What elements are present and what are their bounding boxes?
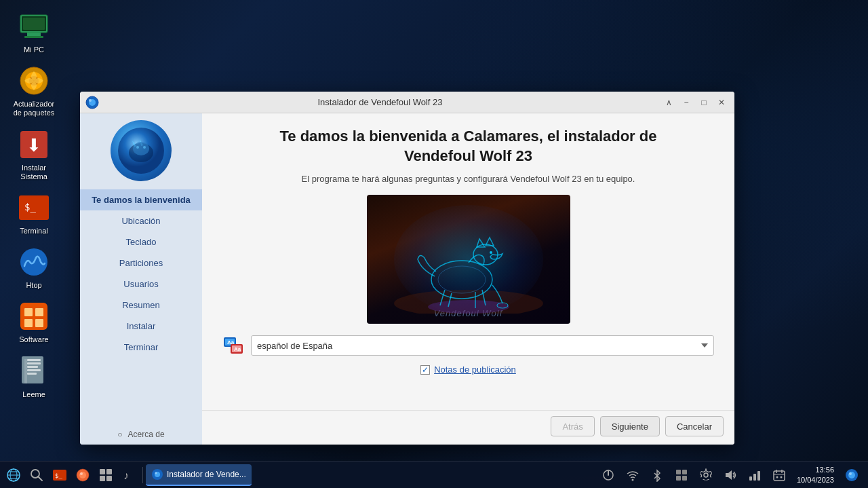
- svg-rect-15: [35, 308, 43, 316]
- svg-text:♪: ♪: [123, 470, 129, 481]
- about-label: Acerca de: [128, 430, 165, 439]
- svg-point-36: [428, 300, 509, 314]
- taskbar-icon-grid[interactable]: [95, 464, 117, 486]
- svg-rect-22: [27, 366, 38, 368]
- svg-rect-74: [682, 470, 687, 474]
- desktop-icon-leeme[interactable]: Leeme: [4, 352, 64, 402]
- svg-point-42: [438, 266, 486, 293]
- taskbar-power-icon[interactable]: [597, 464, 619, 486]
- window-collapse-button[interactable]: ∧: [661, 95, 676, 110]
- taskbar-settings-icon[interactable]: [695, 464, 717, 486]
- svg-point-33: [136, 146, 139, 149]
- taskbar-icon-music[interactable]: ♪: [118, 464, 140, 486]
- svg-rect-21: [27, 362, 41, 364]
- svg-text:Aa: Aa: [234, 346, 241, 352]
- svg-marker-78: [726, 470, 732, 480]
- svg-rect-1: [27, 33, 41, 36]
- svg-rect-2: [24, 36, 43, 38]
- sidebar-item-usuarios[interactable]: Usuarios: [80, 274, 202, 295]
- language-icon: Aa Aa: [222, 335, 244, 356]
- taskbar-calendar-icon[interactable]: [768, 464, 790, 486]
- svg-rect-79: [749, 476, 752, 481]
- taskbar-apps-icon[interactable]: [671, 464, 692, 486]
- taskbar-sound-icon[interactable]: [719, 464, 741, 486]
- desktop-icon-instalar[interactable]: ⬇ InstalarSistema: [4, 125, 64, 185]
- installer-window: Instalador de Vendefoul Wolf 23 ∧ − □ ✕: [80, 92, 734, 445]
- welcome-subtitle: El programa te hará algunas preguntas y …: [222, 174, 714, 184]
- taskbar-active-app[interactable]: Instalador de Vende...: [146, 464, 252, 486]
- desktop-icon-terminal-label: Terminal: [20, 227, 48, 236]
- taskbar-wifi-icon[interactable]: [622, 464, 644, 486]
- svg-point-61: [80, 472, 83, 475]
- release-notes-checkbox[interactable]: ✓: [420, 365, 430, 375]
- mi-pc-icon: [18, 10, 50, 43]
- desktop-icon-software-label: Software: [19, 335, 48, 344]
- svg-point-77: [704, 473, 708, 477]
- svg-point-41: [490, 251, 492, 254]
- svg-rect-23: [27, 369, 41, 371]
- title-bar-controls: ∧ − □ ✕: [661, 95, 729, 110]
- window-maximize-button[interactable]: □: [696, 95, 711, 110]
- svg-rect-80: [753, 474, 756, 481]
- svg-rect-75: [676, 476, 681, 481]
- taskbar-right: 13:56 10/04/2023: [597, 464, 865, 486]
- svg-rect-24: [27, 373, 37, 375]
- sidebar-item-teclado[interactable]: Teclado: [80, 231, 202, 252]
- language-select[interactable]: español de España: [251, 335, 714, 356]
- taskbar-app-label: Instalador de Vende...: [167, 470, 246, 479]
- taskbar-globe-right-icon[interactable]: [841, 464, 863, 486]
- installer-window-icon: [85, 96, 99, 109]
- cancel-button[interactable]: Cancelar: [665, 416, 724, 436]
- svg-point-69: [155, 472, 157, 474]
- installer-nav: Te damos la bienvenida Ubicación Teclado…: [80, 189, 202, 358]
- desktop-icon-instalar-label: InstalarSistema: [20, 164, 47, 181]
- desktop-icon-software[interactable]: Software: [4, 297, 64, 348]
- sidebar-logo: [111, 120, 172, 181]
- title-bar-title: Instalador de Vendefoul Wolf 23: [104, 97, 656, 107]
- window-close-button[interactable]: ✕: [714, 95, 729, 110]
- sidebar-item-ubicacion[interactable]: Ubicación: [80, 210, 202, 231]
- title-bar: Instalador de Vendefoul Wolf 23 ∧ − □ ✕: [80, 92, 734, 113]
- desktop-icon-actualizador-label: Actualizadorde paquetes: [14, 100, 55, 117]
- svg-text:$_: $_: [55, 472, 62, 479]
- desktop-icon-htop[interactable]: Htop: [4, 242, 64, 293]
- svg-rect-82: [774, 471, 785, 481]
- taskbar-separator-1: [142, 467, 143, 483]
- sidebar-item-resumen[interactable]: Resumen: [80, 295, 202, 316]
- svg-rect-14: [24, 308, 33, 316]
- back-button[interactable]: Atrás: [551, 416, 594, 436]
- release-notes-row: ✓ Notas de publicación: [222, 364, 714, 375]
- taskbar-bluetooth-icon[interactable]: [646, 464, 668, 486]
- taskbar-icon-search[interactable]: [26, 464, 47, 486]
- svg-rect-17: [35, 319, 43, 327]
- svg-rect-19: [24, 359, 27, 383]
- software-icon: [18, 300, 50, 333]
- taskbar-icon-globe[interactable]: [3, 464, 24, 486]
- leeme-icon: [18, 355, 50, 388]
- svg-text:$_: $_: [24, 202, 36, 213]
- taskbar-icon-terminal[interactable]: $_: [49, 464, 71, 486]
- window-minimize-button[interactable]: −: [679, 95, 694, 110]
- desktop-icon-actualizador[interactable]: Actualizadorde paquetes: [4, 61, 64, 121]
- svg-rect-4: [23, 18, 45, 30]
- desktop-icon-terminal[interactable]: $_ Terminal: [4, 188, 64, 239]
- clock-time: 13:56: [797, 465, 834, 474]
- desktop-icon-mi-pc[interactable]: Mi PC: [4, 7, 64, 58]
- htop-icon: [18, 246, 50, 278]
- svg-rect-81: [757, 471, 760, 481]
- taskbar-icon-browser-left[interactable]: [72, 464, 94, 486]
- taskbar-network-icon[interactable]: [744, 464, 766, 486]
- terminal-icon: $_: [18, 191, 50, 224]
- svg-point-34: [143, 146, 146, 149]
- language-row: Aa Aa español de España: [222, 335, 714, 356]
- sidebar-about[interactable]: ○ Acerca de: [109, 424, 172, 445]
- next-button[interactable]: Siguiente: [600, 416, 660, 436]
- desktop-icon-leeme-label: Leeme: [22, 390, 45, 399]
- sidebar-item-instalar[interactable]: Instalar: [80, 316, 202, 337]
- sidebar-item-bienvenida[interactable]: Te damos la bienvenida: [80, 189, 202, 210]
- svg-point-60: [79, 472, 86, 478]
- sidebar-item-particiones[interactable]: Particiones: [80, 252, 202, 274]
- release-notes-link[interactable]: Notas de publicación: [434, 364, 516, 375]
- svg-marker-39: [477, 239, 485, 247]
- sidebar-item-terminar[interactable]: Terminar: [80, 337, 202, 358]
